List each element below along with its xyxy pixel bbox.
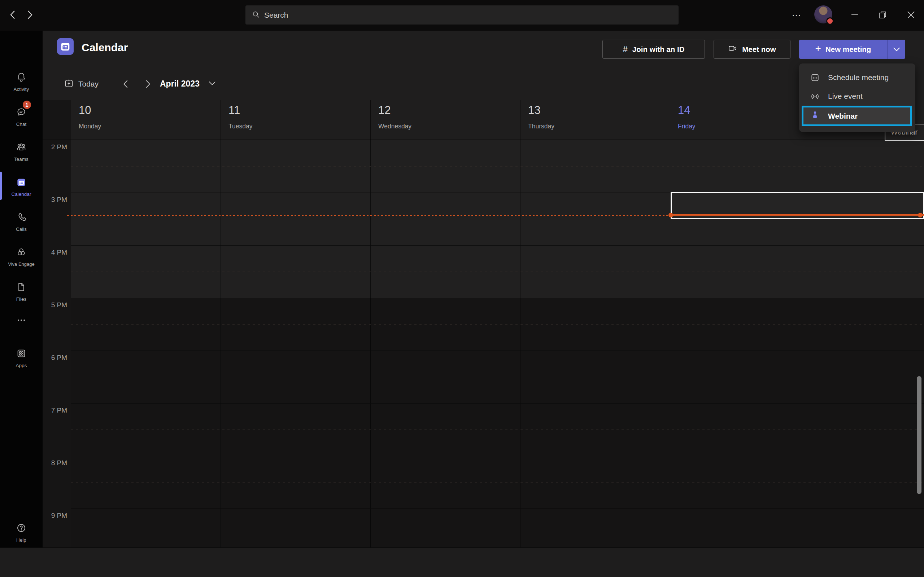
- sidebar-label: Calls: [16, 226, 27, 232]
- vertical-scrollbar[interactable]: [917, 376, 921, 494]
- search-placeholder: Search: [264, 11, 288, 19]
- viva-engage-icon: [16, 247, 27, 259]
- day-name: Friday: [678, 122, 696, 130]
- day-header-thursday[interactable]: 13 Thursday: [520, 100, 670, 140]
- sidebar-item-teams[interactable]: Teams: [0, 134, 43, 169]
- sidebar-label: Viva Engage: [8, 261, 35, 267]
- hour-line: [71, 456, 924, 456]
- today-label: Today: [78, 80, 99, 89]
- day-header-friday[interactable]: 14 Friday: [670, 100, 820, 140]
- forward-button[interactable]: [23, 8, 37, 23]
- sidebar-item-help[interactable]: Help: [0, 515, 43, 550]
- meet-now-button[interactable]: Meet now: [714, 40, 790, 59]
- day-header-wednesday[interactable]: 12 Wednesday: [370, 100, 520, 140]
- half-hour-line: [71, 272, 924, 272]
- sidebar-item-activity[interactable]: Activity: [0, 64, 43, 99]
- time-label: 8 PM: [36, 459, 67, 467]
- time-gutter: [43, 100, 71, 548]
- new-meeting-button[interactable]: + New meeting: [799, 40, 887, 59]
- time-label: 5 PM: [36, 301, 67, 309]
- new-meeting-split-button: + New meeting: [799, 40, 905, 59]
- time-label: 3 PM: [36, 196, 67, 204]
- menu-item-webinar[interactable]: Webinar: [802, 106, 912, 126]
- app-rail: Activity Chat 1 Teams Calendar Calls Viv…: [0, 31, 43, 548]
- avatar[interactable]: [814, 5, 832, 23]
- selected-rail-indicator: [0, 172, 2, 200]
- sidebar-item-viva-engage[interactable]: Viva Engage: [0, 239, 43, 274]
- day-number: 11: [228, 104, 240, 117]
- teams-window: Search ⋯ Activity Chat 1 Teams C: [0, 0, 924, 577]
- join-with-id-button[interactable]: # Join with an ID: [603, 40, 705, 59]
- new-meeting-dropdown-button[interactable]: [887, 40, 905, 59]
- sidebar-label: Calendar: [11, 192, 31, 197]
- current-time-line-dotted: [67, 215, 670, 216]
- sidebar-label: Teams: [14, 156, 29, 162]
- ellipsis-icon: ⋯: [792, 10, 802, 21]
- day-number: 13: [528, 104, 540, 117]
- today-button[interactable]: Today: [63, 78, 99, 90]
- column-divider: [221, 100, 221, 548]
- restore-icon: [878, 10, 887, 21]
- menu-item-schedule-meeting[interactable]: Schedule meeting: [799, 68, 915, 87]
- sidebar-item-calls[interactable]: Calls: [0, 205, 43, 239]
- month-picker[interactable]: April 2023: [160, 79, 200, 89]
- next-week-button[interactable]: [142, 79, 153, 90]
- sidebar-item-chat[interactable]: Chat 1: [0, 100, 43, 134]
- calendar-icon: [16, 177, 27, 189]
- ellipsis-icon: [16, 315, 26, 327]
- sidebar-more-apps-button[interactable]: [0, 312, 43, 330]
- day-number: 12: [378, 104, 391, 117]
- day-number: 14: [678, 104, 690, 117]
- day-header-monday[interactable]: 10 Monday: [71, 100, 221, 140]
- hour-line: [71, 245, 924, 246]
- menu-item-label: Webinar: [828, 112, 858, 121]
- more-options-button[interactable]: ⋯: [788, 6, 806, 24]
- sidebar-label: Apps: [16, 363, 27, 368]
- webinar-icon: [810, 110, 820, 122]
- new-meeting-label: New meeting: [825, 45, 871, 54]
- global-search-input[interactable]: Search: [246, 5, 678, 24]
- off-hours-region[interactable]: [71, 298, 924, 548]
- restore-button[interactable]: [871, 0, 894, 31]
- sidebar-label: Activity: [14, 87, 29, 92]
- day-name: Tuesday: [228, 122, 252, 130]
- schedule-meeting-icon: [810, 73, 820, 82]
- chevron-down-icon[interactable]: [208, 81, 216, 87]
- menu-item-label: Schedule meeting: [828, 73, 888, 82]
- chevron-left-icon: [9, 10, 16, 21]
- help-icon: [16, 522, 27, 535]
- file-icon: [16, 282, 27, 294]
- back-button[interactable]: [5, 8, 20, 23]
- calendar-today-icon: [63, 78, 74, 90]
- column-divider: [520, 100, 520, 548]
- join-with-id-label: Join with an ID: [632, 45, 685, 54]
- new-meeting-menu: Schedule meeting Live event Webinar: [799, 63, 915, 132]
- live-event-icon: [810, 91, 820, 102]
- title-bar: Search ⋯: [0, 0, 924, 31]
- menu-item-live-event[interactable]: Live event: [799, 87, 915, 106]
- day-header-tuesday[interactable]: 11 Tuesday: [221, 100, 370, 140]
- chevron-right-icon: [145, 80, 151, 90]
- sidebar-label: Help: [16, 537, 26, 543]
- minimize-button[interactable]: [843, 0, 866, 31]
- chevron-left-icon: [122, 80, 129, 90]
- time-label: 7 PM: [36, 406, 67, 414]
- plus-icon: +: [815, 44, 821, 54]
- sidebar-label: Chat: [16, 121, 27, 127]
- bell-icon: [16, 72, 27, 84]
- half-hour-line: [71, 535, 924, 535]
- chat-notification-badge: 1: [23, 101, 31, 109]
- minimize-icon: [851, 11, 859, 20]
- windows-taskbar: Search: [0, 548, 924, 577]
- time-label: 2 PM: [36, 143, 67, 151]
- previous-week-button[interactable]: [120, 79, 131, 90]
- day-name: Thursday: [528, 122, 554, 130]
- current-time-dot: [918, 213, 922, 218]
- half-hour-line: [71, 482, 924, 482]
- menu-item-label: Live event: [828, 92, 863, 101]
- close-button[interactable]: [900, 0, 922, 31]
- current-time-dot: [669, 213, 673, 218]
- calendar-app-icon: [57, 38, 74, 55]
- busy-status-dot: [826, 17, 834, 25]
- chevron-right-icon: [26, 10, 34, 21]
